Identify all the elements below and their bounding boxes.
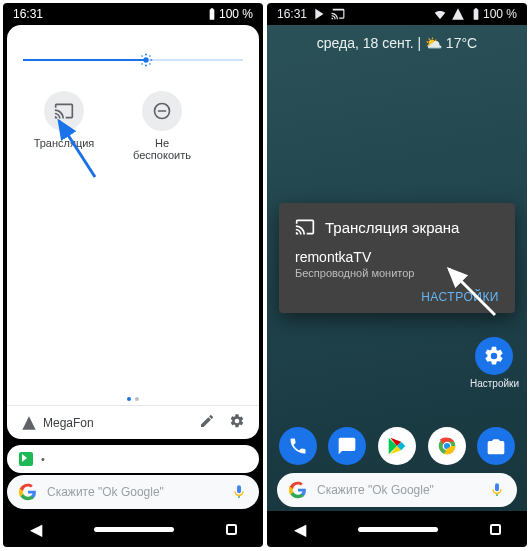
gear-icon — [483, 345, 505, 367]
status-time: 16:31 — [13, 7, 43, 21]
page-indicator — [127, 397, 139, 401]
app-messages[interactable] — [328, 427, 366, 465]
home-screen: среда, 18 сент. | ⛅ 17°C Трансляция экра… — [267, 25, 527, 511]
brightness-thumb-icon — [138, 52, 154, 68]
app-camera[interactable] — [477, 427, 515, 465]
nav-recents-button[interactable] — [490, 524, 501, 535]
signal-icon — [21, 415, 37, 431]
cast-dialog: Трансляция экрана remontkaTV Беспроводно… — [279, 203, 515, 313]
settings-shortcut-label: Настройки — [470, 378, 519, 389]
status-battery: 100 % — [483, 7, 517, 21]
carrier-label: MegaFon — [43, 416, 94, 430]
navigation-bar: ◀ — [3, 511, 263, 547]
app-play-store[interactable] — [378, 427, 416, 465]
google-logo-icon — [19, 483, 37, 501]
notification-app-icon — [19, 452, 33, 466]
mic-icon[interactable] — [489, 482, 505, 498]
search-placeholder: Скажите "Ok Google" — [47, 485, 164, 499]
app-dock — [267, 427, 527, 465]
notification-text: • — [41, 453, 45, 465]
google-logo-icon — [289, 481, 307, 499]
app-phone[interactable] — [279, 427, 317, 465]
wifi-icon — [433, 7, 447, 21]
nav-back-button[interactable]: ◀ — [294, 520, 306, 539]
qs-footer: MegaFon — [7, 405, 259, 439]
google-search-bar[interactable]: Скажите "Ok Google" — [7, 475, 259, 509]
quick-settings-panel: Трансляция Не беспокоить MegaFon — [7, 25, 259, 439]
cast-settings-button[interactable]: НАСТРОЙКИ — [421, 290, 499, 304]
cast-dialog-title: Трансляция экрана — [325, 219, 459, 236]
status-battery: 100 % — [219, 7, 253, 21]
nav-home-button[interactable] — [358, 527, 438, 532]
battery-icon — [469, 7, 483, 21]
nav-recents-button[interactable] — [226, 524, 237, 535]
edit-button[interactable] — [199, 413, 215, 432]
nav-back-button[interactable]: ◀ — [30, 520, 42, 539]
status-bar: 16:31 100 % — [267, 3, 527, 25]
qs-tiles-row: Трансляция Не беспокоить — [23, 91, 243, 161]
status-time: 16:31 — [277, 7, 307, 21]
cast-device-item[interactable]: remontkaTV Беспроводной монитор — [295, 249, 499, 279]
settings-shortcut[interactable]: Настройки — [470, 337, 519, 389]
google-search-bar[interactable]: Скажите "Ok Google" — [277, 473, 517, 507]
qs-tile-label: Не беспокоить — [127, 137, 197, 161]
date-weather-widget[interactable]: среда, 18 сент. | ⛅ 17°C — [267, 35, 527, 51]
qs-tile-dnd[interactable]: Не беспокоить — [127, 91, 197, 161]
brightness-slider[interactable] — [23, 45, 243, 75]
phone-screenshot-right: 16:31 100 % среда, 18 сент. | ⛅ 17°C Тра… — [267, 3, 527, 547]
cast-device-subtitle: Беспроводной монитор — [295, 267, 499, 279]
nav-home-button[interactable] — [94, 527, 174, 532]
search-placeholder: Скажите "Ok Google" — [317, 483, 434, 497]
signal-icon — [451, 7, 465, 21]
status-bar: 16:31 100 % — [3, 3, 263, 25]
notification-card[interactable]: • — [7, 445, 259, 473]
dnd-icon — [152, 101, 172, 121]
mic-icon[interactable] — [231, 484, 247, 500]
battery-icon — [205, 7, 219, 21]
cast-icon — [295, 217, 315, 237]
app-chrome[interactable] — [428, 427, 466, 465]
qs-tile-label: Трансляция — [29, 137, 99, 149]
cast-status-icon — [331, 7, 345, 21]
navigation-bar: ◀ — [267, 511, 527, 547]
phone-screenshot-left: 16:31 100 % Трансляция Не беспокоить — [3, 3, 263, 547]
cast-device-name: remontkaTV — [295, 249, 499, 265]
cast-icon — [54, 101, 74, 121]
qs-tile-cast[interactable]: Трансляция — [29, 91, 99, 161]
settings-button[interactable] — [229, 413, 245, 432]
play-store-icon — [313, 7, 327, 21]
